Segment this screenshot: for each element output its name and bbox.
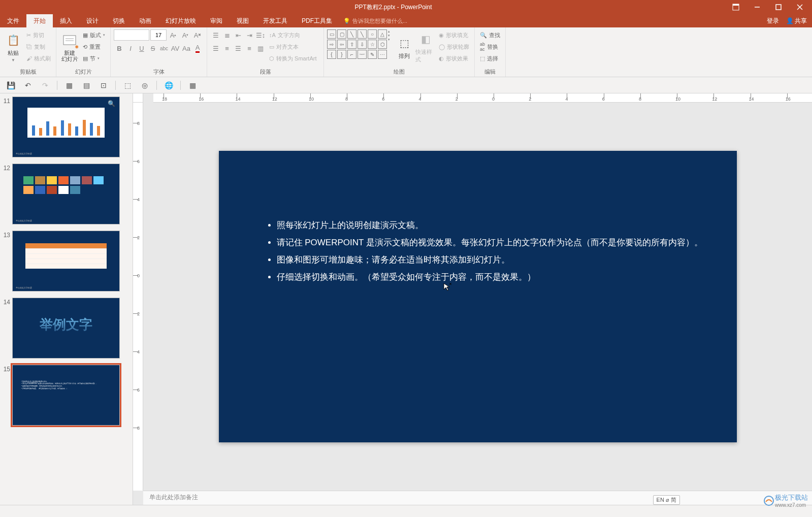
qat-btn-1[interactable]: ▦ xyxy=(63,80,75,91)
tab-file[interactable]: 文件 xyxy=(0,14,26,27)
convert-smartart-button[interactable]: ⬡转换为 SmartArt xyxy=(267,53,318,64)
thumbnail-slide-14[interactable]: 14举例文字 xyxy=(0,295,133,362)
shape-line2-icon[interactable]: ╲ xyxy=(358,29,367,39)
shape-line-icon[interactable]: ╲ xyxy=(347,29,356,39)
ribbon-display-options-icon[interactable] xyxy=(726,0,746,14)
tab-developer[interactable]: 开发工具 xyxy=(256,14,295,27)
slide-canvas-area[interactable]: 照每张幻灯片上的说明创建演示文稿。请记住 POWERPOINT 是演示文稿的视觉… xyxy=(143,103,812,491)
thumbnail-slide-15[interactable]: 15• 照每张幻灯片上的说明创建演示文稿。• 请记住 POWERPOINT 是演… xyxy=(0,362,133,429)
current-slide[interactable]: 照每张幻灯片上的说明创建演示文稿。请记住 POWERPOINT 是演示文稿的视觉… xyxy=(219,151,737,442)
copy-button[interactable]: ⿻复制 xyxy=(24,41,53,52)
italic-button[interactable]: I xyxy=(125,43,136,54)
font-name-input[interactable] xyxy=(114,29,149,41)
tab-insert[interactable]: 插入 xyxy=(53,14,79,27)
shape-effects-button[interactable]: ◐形状效果 xyxy=(437,53,471,64)
replace-button[interactable]: abac替换 xyxy=(478,41,502,52)
shape-arrow-r-icon[interactable]: ⇨ xyxy=(327,40,336,49)
font-size-input[interactable] xyxy=(150,29,167,41)
shape-rect-icon[interactable]: ▭ xyxy=(327,29,336,39)
shadow-button[interactable]: abc xyxy=(158,43,170,54)
tab-slideshow[interactable]: 幻灯片放映 xyxy=(158,14,203,27)
new-slide-button[interactable]: ✸ 新建 幻灯片 xyxy=(59,29,80,65)
shapes-gallery[interactable]: ▭ ▢ ╲ ╲ ○ △ ⇨ ⇦ ⇧ ⇩ ☆ ⬡ { } ⌐ 〰 ✎ ⋯ xyxy=(327,29,387,59)
thumbnail-slide-13[interactable]: 13单击此处文字标题 xyxy=(0,228,133,295)
shape-arrow-u-icon[interactable]: ⇧ xyxy=(347,40,356,49)
slide-bullet-item[interactable]: 仔细选择切换和动画。（希望受众如何专注于内容，而不是效果。） xyxy=(277,269,706,286)
columns-button[interactable]: ▥ xyxy=(255,43,266,54)
change-case-button[interactable]: Aa xyxy=(181,43,192,54)
scroll-up-icon[interactable]: ▴ xyxy=(388,29,393,34)
qat-btn-2[interactable]: ▤ xyxy=(81,80,92,91)
shape-triangle-icon[interactable]: △ xyxy=(378,29,387,39)
align-text-button[interactable]: ▭对齐文本 xyxy=(267,41,318,52)
underline-button[interactable]: U xyxy=(136,43,147,54)
shape-fill-button[interactable]: ◉形状填充 xyxy=(437,29,471,41)
text-direction-button[interactable]: ↕A文字方向 xyxy=(267,29,318,41)
redo-button[interactable]: ↷ xyxy=(40,80,51,91)
qat-btn-4[interactable]: ⬚ xyxy=(122,80,133,91)
slide-content-placeholder[interactable]: 照每张幻灯片上的说明创建演示文稿。请记住 POWERPOINT 是演示文稿的视觉… xyxy=(265,217,706,286)
tab-review[interactable]: 审阅 xyxy=(203,14,230,27)
shape-oval-icon[interactable]: ○ xyxy=(368,29,377,39)
align-right-button[interactable]: ☰ xyxy=(233,43,244,54)
save-button[interactable]: 💾 xyxy=(5,80,16,91)
select-button[interactable]: ⬚选择 xyxy=(478,53,502,64)
more-shapes-icon[interactable]: ▾ xyxy=(388,38,393,42)
shape-arrow-l-icon[interactable]: ⇦ xyxy=(337,40,346,49)
reset-button[interactable]: ⟲重置 xyxy=(81,41,107,52)
shape-freeform-icon[interactable]: ✎ xyxy=(368,50,377,59)
bold-button[interactable]: B xyxy=(114,43,125,54)
layout-button[interactable]: ▦版式▾ xyxy=(81,29,107,41)
shape-brace-l-icon[interactable]: { xyxy=(327,50,336,59)
tab-home[interactable]: 开始 xyxy=(26,14,53,27)
thumbnail-slide-11[interactable]: 11单击此处文字标题🔍 xyxy=(0,93,133,160)
decrease-font-icon[interactable]: A▾ xyxy=(180,29,191,41)
qat-btn-3[interactable]: ⊡ xyxy=(98,80,109,91)
tab-pdf[interactable]: PDF工具集 xyxy=(295,14,339,27)
char-spacing-button[interactable]: AV xyxy=(170,43,181,54)
font-color-button[interactable]: A xyxy=(192,43,203,54)
quick-styles-button[interactable]: ◧ 快速样式 xyxy=(415,29,436,65)
line-spacing-button[interactable]: ☰↕ xyxy=(255,29,266,41)
shape-more-icon[interactable]: ⋯ xyxy=(378,50,387,59)
undo-button[interactable]: ↶ xyxy=(22,80,34,91)
qat-btn-7[interactable]: ▦ xyxy=(187,80,198,91)
shape-curve-icon[interactable]: 〰 xyxy=(358,50,367,59)
qat-btn-5[interactable]: ◎ xyxy=(139,80,150,91)
minimize-button[interactable] xyxy=(747,0,767,14)
increase-indent-button[interactable]: ⇥ xyxy=(244,29,255,41)
slide-bullet-item[interactable]: 照每张幻灯片上的说明创建演示文稿。 xyxy=(277,217,706,234)
increase-font-icon[interactable]: A▴ xyxy=(168,29,179,41)
close-button[interactable] xyxy=(790,0,810,14)
qat-btn-6[interactable]: 🌐 xyxy=(163,80,174,91)
strikethrough-button[interactable]: S xyxy=(147,43,158,54)
slide-thumbnail-panel[interactable]: 11单击此处文字标题🔍12单击此处文字标题13单击此处文字标题14举例文字15•… xyxy=(0,93,133,505)
decrease-indent-button[interactable]: ⇤ xyxy=(233,29,244,41)
tab-animations[interactable]: 动画 xyxy=(132,14,158,27)
tab-transitions[interactable]: 切换 xyxy=(106,14,132,27)
cut-button[interactable]: ✂剪切 xyxy=(24,29,53,41)
bullets-button[interactable]: ☰ xyxy=(210,29,221,41)
tab-design[interactable]: 设计 xyxy=(79,14,106,27)
shape-outline-button[interactable]: ◯形状轮廓 xyxy=(437,41,471,52)
login-link[interactable]: 登录 xyxy=(767,17,779,25)
find-button[interactable]: 🔍查找 xyxy=(478,29,502,41)
section-button[interactable]: ▤节▾ xyxy=(81,53,107,64)
language-indicator[interactable]: EN ⌀ 简 xyxy=(653,495,680,505)
format-painter-button[interactable]: 🖌格式刷 xyxy=(24,53,53,64)
slide-bullet-item[interactable]: 请记住 POWERPOINT 是演示文稿的视觉效果。每张幻灯片上的文字仅作为论点… xyxy=(277,234,706,251)
maximize-button[interactable] xyxy=(768,0,789,14)
clear-formatting-icon[interactable]: A✖ xyxy=(192,29,203,41)
notes-pane[interactable]: 单击此处添加备注 xyxy=(143,491,812,505)
shape-connector-icon[interactable]: ⌐ xyxy=(347,50,356,59)
tell-me-search[interactable]: 💡 告诉我您想要做什么... xyxy=(343,14,407,27)
justify-button[interactable]: ≡ xyxy=(244,43,255,54)
share-button[interactable]: 👤共享 xyxy=(786,17,807,25)
slide-bullet-item[interactable]: 图像和图形可增加趣味；请务必在适当时将其添加到幻灯片。 xyxy=(277,251,706,269)
shape-star-icon[interactable]: ☆ xyxy=(368,40,377,49)
paste-button[interactable]: 📋 粘贴 ▼ xyxy=(3,29,23,65)
tab-view[interactable]: 视图 xyxy=(230,14,256,27)
shape-arrow-d-icon[interactable]: ⇩ xyxy=(358,40,367,49)
thumbnail-slide-12[interactable]: 12单击此处文字标题 xyxy=(0,160,133,228)
align-left-button[interactable]: ☰ xyxy=(210,43,221,54)
